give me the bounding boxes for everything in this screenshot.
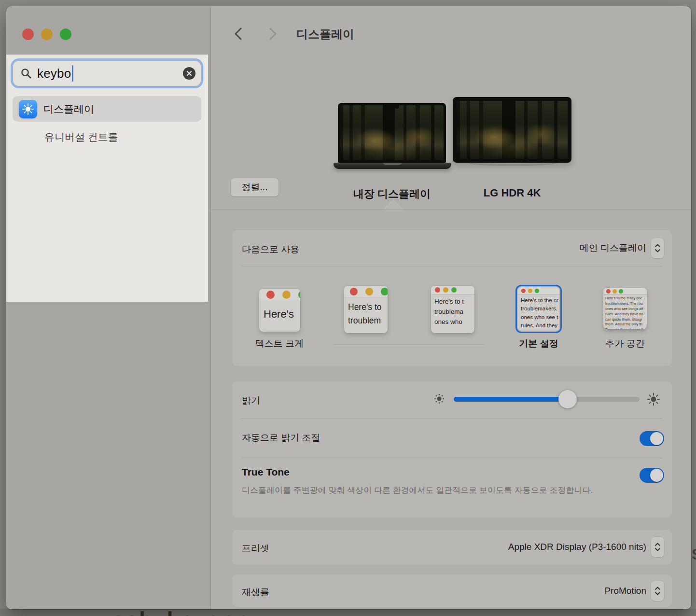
arrange-button[interactable]: 정렬...: [231, 178, 278, 196]
scaling-label-larger-text: 텍스트 크게: [236, 337, 323, 350]
mini-zoom-icon: [298, 291, 300, 299]
mini-close-icon: [266, 291, 275, 299]
mini-minimize-icon: [282, 291, 291, 299]
mini-zoom-icon: [451, 287, 457, 293]
stepper-icon[interactable]: [651, 581, 664, 601]
display-brightness-icon: [19, 100, 37, 118]
scaling-connector-line: [334, 344, 484, 345]
row-separator: [242, 418, 662, 419]
row-separator: [242, 458, 662, 458]
brightness-slider-thumb[interactable]: [558, 390, 577, 408]
forward-button[interactable]: [264, 27, 281, 41]
brightness-card: 밝기: [232, 381, 672, 518]
search-result-label: 디스플레이: [43, 102, 94, 116]
search-results-panel: keybo: [6, 55, 208, 302]
mini-zoom-icon: [535, 289, 539, 293]
mini-minimize-icon: [528, 289, 532, 293]
laptop-base: [334, 163, 451, 169]
external-display-name: LG HDR 4K: [440, 187, 585, 199]
page-title: 디스플레이: [296, 27, 354, 42]
laptop-notch: [385, 105, 399, 109]
search-result-universal-control[interactable]: 유니버설 컨트롤: [13, 126, 201, 148]
preset-value: Apple XDR Display (P3-1600 nits): [508, 542, 646, 552]
true-tone-toggle[interactable]: [640, 468, 664, 483]
mini-zoom-icon: [619, 289, 623, 294]
system-settings-window: keybo: [6, 6, 691, 609]
scaling-option-3[interactable]: Here's to ttroublemaones who: [431, 286, 474, 333]
back-button[interactable]: [230, 27, 246, 41]
header-separator: [211, 210, 691, 210]
true-tone-description: 디스플레이를 주변광에 맞춰 색상이 다른 환경에서도 일관적으로 보이도록 자…: [242, 484, 599, 497]
mini-close-icon: [350, 288, 358, 295]
scaling-option-default-selected[interactable]: Here's to the crtroublemakers.ones who s…: [515, 285, 562, 333]
external-display-preview[interactable]: [453, 97, 571, 163]
use-as-card: 다음으로 사용 메인 디스플레이 Here's Here's totrouble…: [232, 230, 672, 366]
auto-brightness-label: 자동으로 밝기 조절: [242, 432, 320, 444]
auto-brightness-toggle[interactable]: [640, 431, 664, 446]
search-input[interactable]: keybo: [13, 60, 201, 86]
brightness-low-icon: [434, 393, 445, 404]
refresh-rate-value: ProMotion: [604, 586, 646, 596]
search-result-display[interactable]: 디스플레이: [13, 96, 201, 122]
scaling-label-more-space: 추가 공간: [582, 337, 668, 350]
preset-card: 프리셋 Apple XDR Display (P3-1600 nits): [232, 530, 672, 565]
brightness-high-icon: [647, 392, 660, 406]
magnifier-icon: [20, 68, 32, 79]
text-cursor: [72, 65, 73, 82]
scaling-option-default[interactable]: Here's to the crtroublemakers.ones who s…: [518, 287, 559, 331]
scaling-label-default: 기본 설정: [495, 337, 582, 350]
zoom-button[interactable]: [60, 28, 71, 40]
preset-label: 프리셋: [242, 542, 269, 555]
close-button[interactable]: [22, 28, 34, 40]
preset-dropdown[interactable]: Apple XDR Display (P3-1600 nits): [508, 537, 664, 557]
builtin-display-preview[interactable]: [338, 103, 446, 163]
mini-close-icon: [435, 287, 440, 293]
brightness-slider-track[interactable]: [454, 397, 640, 402]
sidebar: keybo: [6, 6, 211, 609]
clear-search-icon[interactable]: [183, 67, 195, 80]
use-as-label: 다음으로 사용: [242, 243, 299, 256]
mini-minimize-icon: [443, 287, 448, 293]
refresh-rate-card: 재생률 ProMotion: [232, 574, 672, 607]
true-tone-label: True Tone: [242, 466, 290, 478]
search-input-value: keybo: [37, 66, 71, 81]
row-separator: [242, 266, 662, 266]
use-as-dropdown[interactable]: 메인 디스플레이: [580, 238, 664, 258]
mini-minimize-icon: [365, 288, 373, 295]
stepper-icon[interactable]: [651, 238, 664, 258]
background-window-strip: [0, 609, 696, 616]
mini-minimize-icon: [612, 289, 617, 294]
mini-close-icon: [521, 289, 526, 293]
refresh-rate-label: 재생률: [242, 586, 269, 599]
brightness-label: 밝기: [242, 394, 260, 407]
scaling-option-more-space[interactable]: Here's to the crazy onetroublemakers. Th…: [603, 288, 647, 329]
scaling-option-2[interactable]: Here's totroublem: [344, 286, 388, 333]
window-controls: [22, 28, 71, 40]
use-as-value: 메인 디스플레이: [580, 242, 646, 254]
mini-zoom-icon: [381, 288, 388, 295]
minimize-button[interactable]: [41, 28, 53, 40]
background-partial-letter: S: [692, 546, 696, 563]
scaling-option-larger-text[interactable]: Here's: [259, 289, 300, 332]
refresh-rate-dropdown[interactable]: ProMotion: [604, 581, 664, 601]
mini-close-icon: [606, 289, 611, 294]
search-result-label: 유니버설 컨트롤: [44, 130, 118, 144]
desktop-background: ssh-keygen S keybo: [0, 0, 696, 616]
main-content: 디스플레이 정렬... 내장 디스플레이 LG HDR 4K 다음으로 사용 메…: [211, 6, 691, 609]
brightness-slider-fill: [454, 397, 569, 402]
stepper-icon[interactable]: [651, 537, 664, 557]
